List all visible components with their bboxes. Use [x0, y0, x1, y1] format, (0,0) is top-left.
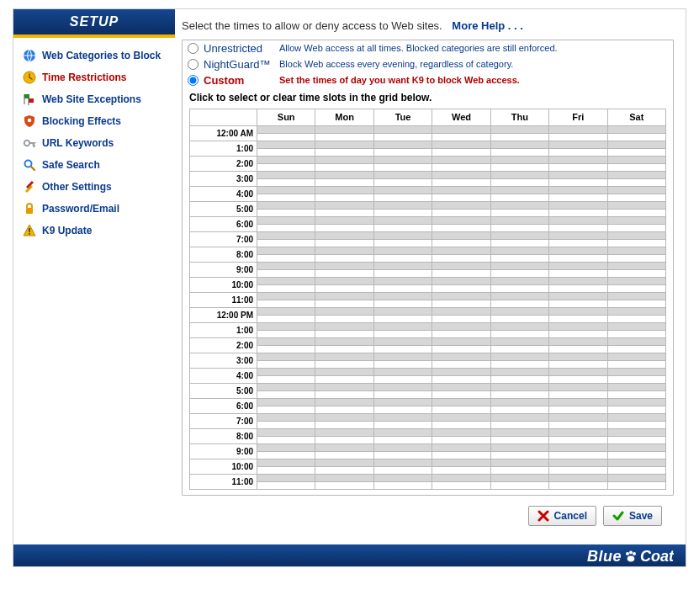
grid-slot[interactable] [432, 390, 490, 398]
grid-slot[interactable] [607, 436, 665, 443]
grid-slot[interactable] [490, 277, 548, 284]
grid-slot[interactable] [607, 201, 665, 209]
grid-slot[interactable] [607, 284, 665, 292]
grid-slot[interactable] [432, 330, 490, 337]
grid-slot[interactable] [257, 481, 315, 489]
grid-slot[interactable] [257, 451, 315, 459]
grid-slot[interactable] [257, 421, 315, 428]
grid-slot[interactable] [315, 277, 373, 284]
grid-slot[interactable] [432, 178, 490, 186]
grid-slot[interactable] [607, 360, 665, 368]
grid-slot[interactable] [257, 300, 315, 307]
grid-slot[interactable] [607, 171, 665, 178]
grid-slot[interactable] [432, 466, 490, 474]
grid-slot[interactable] [490, 209, 548, 216]
grid-slot[interactable] [490, 186, 548, 194]
grid-slot[interactable] [549, 398, 607, 406]
grid-slot[interactable] [490, 466, 548, 474]
grid-slot[interactable] [549, 406, 607, 413]
grid-slot[interactable] [432, 345, 490, 353]
grid-slot[interactable] [607, 459, 665, 466]
grid-slot[interactable] [607, 428, 665, 436]
grid-slot[interactable] [373, 466, 432, 474]
grid-day-header[interactable]: Thu [490, 109, 548, 125]
grid-slot[interactable] [490, 133, 548, 141]
grid-slot[interactable] [549, 156, 607, 163]
grid-slot[interactable] [315, 163, 373, 171]
grid-slot[interactable] [549, 209, 607, 216]
grid-slot[interactable] [373, 254, 432, 262]
grid-slot[interactable] [315, 269, 373, 277]
grid-slot[interactable] [315, 156, 373, 163]
grid-slot[interactable] [549, 277, 607, 284]
grid-time-label[interactable]: 6:00 [190, 398, 257, 413]
grid-slot[interactable] [315, 300, 373, 307]
grid-slot[interactable] [257, 163, 315, 171]
grid-slot[interactable] [315, 481, 373, 489]
grid-slot[interactable] [373, 330, 432, 337]
grid-slot[interactable] [432, 224, 490, 231]
grid-slot[interactable] [432, 186, 490, 194]
grid-slot[interactable] [257, 186, 315, 194]
grid-slot[interactable] [315, 421, 373, 428]
grid-slot[interactable] [432, 375, 490, 383]
grid-slot[interactable] [257, 315, 315, 322]
grid-day-header[interactable]: Sun [257, 109, 315, 125]
grid-slot[interactable] [607, 406, 665, 413]
grid-slot[interactable] [257, 322, 315, 330]
grid-slot[interactable] [315, 436, 373, 443]
grid-slot[interactable] [607, 451, 665, 459]
grid-slot[interactable] [257, 209, 315, 216]
grid-slot[interactable] [607, 247, 665, 254]
grid-slot[interactable] [607, 277, 665, 284]
grid-slot[interactable] [315, 390, 373, 398]
sidebar-item-other-settings[interactable]: Other Settings [20, 176, 170, 198]
grid-day-header[interactable]: Sat [607, 109, 665, 125]
grid-slot[interactable] [549, 337, 607, 345]
grid-slot[interactable] [315, 353, 373, 360]
grid-slot[interactable] [257, 125, 315, 133]
grid-slot[interactable] [549, 133, 607, 141]
grid-slot[interactable] [549, 375, 607, 383]
grid-slot[interactable] [432, 269, 490, 277]
grid-slot[interactable] [432, 194, 490, 201]
grid-slot[interactable] [373, 345, 432, 353]
sidebar-item-web-categories-to-block[interactable]: Web Categories to Block [20, 45, 170, 66]
grid-slot[interactable] [373, 413, 432, 421]
grid-slot[interactable] [490, 481, 548, 489]
grid-slot[interactable] [373, 406, 432, 413]
grid-slot[interactable] [315, 125, 373, 133]
grid-slot[interactable] [549, 474, 607, 481]
grid-slot[interactable] [315, 307, 373, 315]
grid-slot[interactable] [257, 345, 315, 353]
grid-slot[interactable] [490, 413, 548, 421]
grid-slot[interactable] [257, 262, 315, 269]
grid-slot[interactable] [490, 194, 548, 201]
grid-slot[interactable] [257, 413, 315, 421]
grid-slot[interactable] [607, 353, 665, 360]
grid-slot[interactable] [373, 171, 432, 178]
grid-slot[interactable] [549, 239, 607, 247]
grid-slot[interactable] [490, 284, 548, 292]
sidebar-item-k9-update[interactable]: K9 Update [20, 220, 170, 242]
grid-slot[interactable] [607, 194, 665, 201]
grid-time-label[interactable]: 5:00 [190, 383, 257, 398]
grid-slot[interactable] [257, 353, 315, 360]
grid-slot[interactable] [373, 428, 432, 436]
grid-slot[interactable] [373, 224, 432, 231]
grid-slot[interactable] [432, 239, 490, 247]
grid-slot[interactable] [373, 194, 432, 201]
grid-slot[interactable] [373, 315, 432, 322]
grid-slot[interactable] [490, 451, 548, 459]
grid-time-label[interactable]: 10:00 [190, 459, 257, 474]
grid-slot[interactable] [607, 156, 665, 163]
grid-slot[interactable] [373, 156, 432, 163]
grid-slot[interactable] [315, 375, 373, 383]
grid-slot[interactable] [432, 156, 490, 163]
grid-slot[interactable] [373, 421, 432, 428]
sidebar-item-web-site-exceptions[interactable]: Web Site Exceptions [20, 88, 170, 110]
grid-slot[interactable] [257, 201, 315, 209]
grid-slot[interactable] [315, 428, 373, 436]
grid-slot[interactable] [315, 466, 373, 474]
grid-slot[interactable] [607, 390, 665, 398]
